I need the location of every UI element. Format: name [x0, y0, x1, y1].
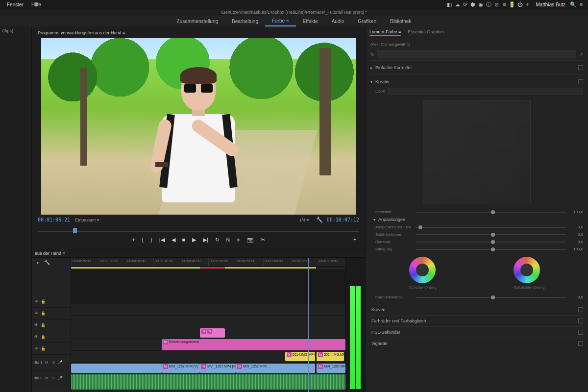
sequence-name[interactable]: aus der Hand ≡	[35, 251, 65, 256]
timecode-in[interactable]: 00:01:06:21	[38, 217, 70, 222]
shadow-tint-wheel[interactable]	[409, 257, 436, 283]
track-v5[interactable]	[71, 304, 345, 316]
clip-v1-1[interactable]: fxMVI_1257.MP4 [V]	[162, 364, 200, 373]
section-vignette[interactable]: Vignette	[370, 338, 583, 349]
slider-vibrance[interactable]: Dynamik 0,0	[370, 238, 583, 245]
program-title[interactable]: Programm: verwacklungsfrei aus der Hand …	[37, 29, 360, 38]
in-button[interactable]: {	[142, 237, 144, 243]
track-v2[interactable]: fx0014.IMG.MP4 fx0014.IMG.MP4	[71, 351, 345, 363]
menu-icon[interactable]: ≡	[500, 1, 508, 7]
track-v1[interactable]: fxMVI_1257.MP4 [V] fxMVI_1257.MP4 [V] fx…	[71, 363, 345, 374]
power-icon[interactable]: ⏻	[516, 1, 524, 7]
track-a1-header[interactable]: dio 1MS🎤	[32, 355, 71, 370]
track-v2-header[interactable]: 👁🔒	[32, 331, 71, 343]
slider-faded[interactable]: Ausgeblichener Film 0,0	[370, 223, 583, 231]
sync-icon[interactable]: ⟳	[461, 1, 469, 8]
workspace-editing[interactable]: Bearbeitung	[225, 17, 265, 26]
menu-help[interactable]: Hilfe	[27, 2, 45, 7]
track-v3-header[interactable]: 👁🔒	[32, 319, 71, 331]
user-name[interactable]: Matthias Butz	[532, 2, 569, 7]
out-button[interactable]: }	[150, 237, 152, 243]
extract-button[interactable]: ⎆	[237, 237, 240, 243]
time-ruler[interactable]: 00:00:25:0000:00:30:00 00:00:35:0000:00:…	[71, 258, 345, 267]
workspace-color[interactable]: Farbe ≡	[265, 16, 296, 26]
workspace-libraries[interactable]: Bibliothek	[383, 17, 418, 26]
audio-meters	[345, 258, 365, 392]
wrench-tool[interactable]: 🔧	[44, 260, 50, 265]
timecode-out[interactable]: 00:10:07:12	[327, 217, 359, 222]
goto-in-button[interactable]: |◀	[159, 237, 165, 243]
track-a2[interactable]	[71, 390, 345, 392]
section-basic[interactable]: ▸Einfache Korrektur	[370, 64, 583, 72]
section-creative[interactable]: ▾Kreativ	[370, 78, 583, 86]
add-button[interactable]: +	[353, 237, 356, 242]
step-fwd-button[interactable]: ▶	[192, 237, 196, 243]
marker-button[interactable]: +	[132, 237, 135, 243]
workspace-effects[interactable]: Effekte	[296, 17, 325, 26]
clip-v1-2[interactable]: fxMVI_1257.MP4 [V]	[200, 364, 236, 373]
cloud-icon[interactable]: ☁	[453, 1, 461, 8]
clip-adjustment[interactable]: fxEinblendungsebene	[162, 339, 345, 350]
no-clip-label: (Kein Clip ausgewählt)	[370, 40, 583, 49]
play-button[interactable]: ■	[182, 237, 186, 243]
section-curves[interactable]: Kurven	[370, 304, 583, 315]
step-back-button[interactable]: ◀	[172, 237, 175, 243]
fit-dropdown[interactable]: Einpassen ▾	[75, 218, 99, 222]
section-colorwheels[interactable]: Farbräder und Farbabgleich	[370, 315, 583, 326]
program-viewer[interactable]	[41, 38, 356, 215]
dnd-icon[interactable]: ⊘	[492, 1, 500, 8]
slider-tint-balance[interactable]: Farbtonbalance 0,0	[370, 294, 583, 301]
tab-essential-graphics[interactable]: Essential Graphics	[408, 28, 444, 36]
compare-button[interactable]: ✂	[261, 237, 265, 243]
slider-sharpen[interactable]: Schärfzeichnen 0,0	[370, 231, 583, 238]
work-area-bar[interactable]	[71, 267, 345, 270]
section-adjustments[interactable]: ▾Anpassungen	[370, 216, 583, 223]
dropbox-icon[interactable]: ⬢	[469, 1, 477, 8]
project-label: Clips)	[0, 26, 31, 35]
workspace-assembly[interactable]: Zusammenstellung	[170, 17, 225, 26]
reset-icon[interactable]: ↺	[579, 52, 583, 57]
workspace-graphics[interactable]: Grafiken	[351, 17, 383, 26]
track-a2-header[interactable]: dio 2MS🎤	[32, 370, 71, 386]
snap-tool[interactable]: ▸	[37, 260, 39, 265]
zoom-dropdown[interactable]: 1/4 ▾	[299, 218, 309, 222]
highlight-tint-wheel[interactable]	[514, 257, 540, 283]
clip-yellow-1[interactable]: fx0014.IMG.MP4	[285, 352, 316, 361]
slider-saturation[interactable]: Sättigung 100,0	[370, 245, 583, 253]
clip-v1-0[interactable]	[71, 364, 162, 373]
program-scrubber[interactable]	[38, 226, 359, 234]
lut-dropdown[interactable]	[388, 88, 583, 95]
settings-icon[interactable]: 🔧	[316, 217, 323, 223]
loop-button[interactable]: ↻	[215, 237, 220, 243]
track-v4[interactable]	[71, 316, 345, 327]
track-v4-header[interactable]: 👁🔒	[32, 308, 71, 319]
search-icon[interactable]: 🔍	[569, 1, 577, 8]
cc-icon[interactable]: ◧	[445, 1, 453, 8]
track-a1[interactable]	[71, 374, 345, 390]
track-v1-header[interactable]: 👁🔒	[32, 343, 71, 355]
fx-badge[interactable]: fx	[370, 52, 374, 57]
export-frame-button[interactable]: 📷	[247, 237, 254, 243]
list-icon[interactable]: ≡	[577, 1, 585, 7]
clip-v3-small[interactable]: fxfx	[200, 328, 224, 338]
goto-out-button[interactable]: ▶|	[203, 237, 208, 243]
section-hsl[interactable]: HSL-Sekundär	[370, 326, 583, 338]
menu-window[interactable]: Fenster	[3, 2, 27, 7]
clip-a1[interactable]	[71, 374, 345, 390]
master-dropdown[interactable]	[377, 50, 576, 58]
track-v3[interactable]: fxfx	[71, 327, 345, 339]
clip-v1-3[interactable]: fxMVI_1257.MP4	[236, 364, 315, 373]
timeline-tracks[interactable]: 00:00:25:0000:00:30:00 00:00:35:0000:00:…	[71, 258, 345, 392]
track-v5-header[interactable]: 👁🔒	[32, 296, 71, 308]
slider-intensity[interactable]: Intensität 100,0	[370, 208, 583, 216]
workspace-audio[interactable]: Audio	[325, 17, 351, 26]
wifi-icon[interactable]: ᯤ	[524, 1, 532, 7]
playhead[interactable]	[308, 258, 309, 392]
tab-lumetri[interactable]: Lumetri-Farbe ≡	[369, 28, 401, 36]
status-icon[interactable]: ◉	[477, 1, 485, 8]
clip-yellow-2[interactable]: fx0014.IMG.MP4	[317, 352, 344, 361]
clip-v1-4[interactable]: fxMVI_1257.MP4	[317, 364, 345, 373]
lift-button[interactable]: ⎘	[226, 237, 230, 243]
info-icon[interactable]: ⓘ	[485, 1, 492, 8]
track-v2b[interactable]: fxEinblendungsebene	[71, 339, 345, 351]
